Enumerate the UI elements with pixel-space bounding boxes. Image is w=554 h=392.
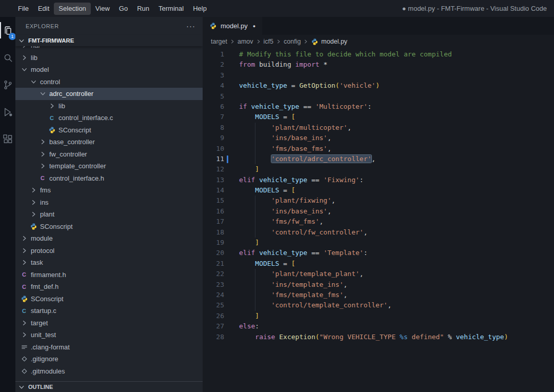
tree-folder-base-controller[interactable]: base_controller xyxy=(15,136,203,148)
line-number[interactable]: 10 xyxy=(203,144,239,154)
tree-file-clang-format[interactable]: .clang-format xyxy=(15,341,203,354)
line-number[interactable]: 9 xyxy=(203,133,239,143)
line-number[interactable]: 5 xyxy=(203,91,239,102)
line-number[interactable]: 19 xyxy=(203,238,239,248)
code-line-19[interactable]: 19 ] xyxy=(203,238,554,248)
code-line-7[interactable]: 7 MODELS = [ xyxy=(203,112,554,122)
line-number[interactable]: 16 xyxy=(203,206,239,217)
line-number[interactable]: 23 xyxy=(203,280,239,290)
line-number[interactable]: 21 xyxy=(203,259,239,269)
menu-selection[interactable]: Selection xyxy=(54,3,90,15)
tree-folder-plant[interactable]: plant xyxy=(15,208,203,221)
menu-help[interactable]: Help xyxy=(188,3,211,15)
line-number[interactable]: 13 xyxy=(203,175,239,185)
line-number[interactable]: 28 xyxy=(203,332,239,342)
line-number[interactable]: 3 xyxy=(203,70,239,81)
code-line-6[interactable]: 6if vehicle_type == 'Multicopter': xyxy=(203,102,554,112)
outline-section-header[interactable]: OUTLINE xyxy=(15,381,203,392)
menu-edit[interactable]: Edit xyxy=(33,3,54,15)
line-number[interactable]: 15 xyxy=(203,195,239,206)
line-number[interactable]: 24 xyxy=(203,290,239,300)
code-line-24[interactable]: 24 'fms/template_fms', xyxy=(203,290,554,300)
tree-folder-model[interactable]: model xyxy=(15,64,203,76)
menu-run[interactable]: Run xyxy=(132,3,154,15)
menu-go[interactable]: Go xyxy=(114,3,132,15)
line-number[interactable]: 18 xyxy=(203,227,239,238)
tree-folder-ins[interactable]: ins xyxy=(15,197,203,209)
line-number[interactable]: 1 xyxy=(203,49,239,60)
activity-item-explorer[interactable]: 1 xyxy=(0,22,15,38)
line-number[interactable]: 14 xyxy=(203,185,239,195)
breadcrumb-model-py[interactable]: model.py xyxy=(311,38,347,46)
code-line-12[interactable]: 12 ] xyxy=(203,164,554,174)
line-number[interactable]: 7 xyxy=(203,112,239,122)
tree-file-sconscript[interactable]: SConscript xyxy=(15,293,203,305)
breadcrumb-target[interactable]: target xyxy=(211,38,227,45)
code-line-9[interactable]: 9 'ins/base_ins', xyxy=(203,133,554,143)
line-number[interactable]: 22 xyxy=(203,269,239,279)
line-number[interactable]: 27 xyxy=(203,321,239,331)
tree-folder-module[interactable]: module xyxy=(15,232,203,245)
menu-view[interactable]: View xyxy=(91,3,114,15)
more-actions-icon[interactable]: ··· xyxy=(186,22,195,30)
line-number[interactable]: 8 xyxy=(203,123,239,133)
modified-dot-icon[interactable]: ● xyxy=(253,24,255,29)
code-line-1[interactable]: 1# Modify this file to decide which mode… xyxy=(203,49,554,60)
line-number[interactable]: 6 xyxy=(203,102,239,112)
tree-folder-unit-test[interactable]: unit_test xyxy=(15,329,203,341)
code-line-16[interactable]: 16 'ins/base_ins', xyxy=(203,206,554,217)
code-line-5[interactable]: 5 xyxy=(203,91,554,102)
tree-folder-fms[interactable]: fms xyxy=(15,184,203,197)
tree-file-gitignore[interactable]: .gitignore xyxy=(15,353,203,365)
code-line-27[interactable]: 27else: xyxy=(203,321,554,331)
code-line-28[interactable]: 28 raise Exception("Wrong VEHICLE_TYPE %… xyxy=(203,332,554,342)
tree-file-control-interface-h[interactable]: Ccontrol_interface.h xyxy=(15,172,203,185)
code-line-10[interactable]: 10 'fms/base_fms', xyxy=(203,144,554,154)
code-line-4[interactable]: 4vehicle_type = GetOption('vehicle') xyxy=(203,81,554,91)
code-line-20[interactable]: 20elif vehicle_type == 'Template': xyxy=(203,248,554,258)
line-number[interactable]: 11 xyxy=(203,154,239,164)
line-number[interactable]: 26 xyxy=(203,311,239,321)
tree-folder-task[interactable]: task xyxy=(15,257,203,269)
code-line-21[interactable]: 21 MODELS = [ xyxy=(203,259,554,269)
line-number[interactable]: 25 xyxy=(203,300,239,310)
code-line-26[interactable]: 26 ] xyxy=(203,311,554,321)
tree-folder-template-controller[interactable]: template_controller xyxy=(15,160,203,172)
code-line-23[interactable]: 23 'ins/template_ins', xyxy=(203,280,554,290)
tree-folder-control[interactable]: control xyxy=(15,76,203,88)
tree-file-sconscript[interactable]: SConscript xyxy=(15,221,203,233)
code-line-15[interactable]: 15 'plant/fixwing', xyxy=(203,195,554,206)
tree-file-startup-c[interactable]: Cstartup.c xyxy=(15,305,203,317)
code-line-14[interactable]: 14 MODELS = [ xyxy=(203,185,554,195)
code-line-3[interactable]: 3 xyxy=(203,70,554,81)
breadcrumb-config[interactable]: config xyxy=(284,38,301,45)
activity-item-source-control[interactable] xyxy=(0,76,15,93)
code-line-2[interactable]: 2from building import * xyxy=(203,60,554,70)
code-line-17[interactable]: 17 'fms/fw_fms', xyxy=(203,217,554,227)
tree-folder-target[interactable]: target xyxy=(15,317,203,329)
line-number[interactable]: 17 xyxy=(203,217,239,227)
code-line-25[interactable]: 25 'control/template_controller', xyxy=(203,300,554,310)
tree-folder-hal[interactable]: hal xyxy=(15,46,203,52)
tree-file-gitmodules[interactable]: .gitmodules xyxy=(15,365,203,378)
tree-folder-lib[interactable]: lib xyxy=(15,52,203,64)
breadcrumb-amov[interactable]: amov xyxy=(238,38,253,45)
tree-file-sconscript[interactable]: SConscript xyxy=(15,124,203,136)
tree-file-fmt-def-h[interactable]: Cfmt_def.h xyxy=(15,281,203,293)
line-number[interactable]: 2 xyxy=(203,60,239,70)
menu-terminal[interactable]: Terminal xyxy=(154,3,188,15)
code-line-22[interactable]: 22 'plant/template_plant', xyxy=(203,269,554,279)
code-editor[interactable]: 1# Modify this file to decide which mode… xyxy=(203,48,554,392)
code-line-13[interactable]: 13elif vehicle_type == 'Fixwing': xyxy=(203,175,554,185)
tree-folder-adrc-controller[interactable]: adrc_controller xyxy=(15,88,203,100)
code-line-11[interactable]: 11 'control/adrc_controller', xyxy=(203,154,554,164)
code-line-18[interactable]: 18 'control/fw_controller', xyxy=(203,227,554,238)
breadcrumb-icf5[interactable]: icf5 xyxy=(264,38,273,45)
activity-item-extensions[interactable] xyxy=(0,131,15,147)
tree-file-control-interface-c[interactable]: Ccontrol_interface.c xyxy=(15,112,203,124)
project-section-header[interactable]: FMT-FIRMWARE xyxy=(15,35,203,46)
line-number[interactable]: 12 xyxy=(203,164,239,174)
tab-model-py[interactable]: model.py ● xyxy=(203,17,262,35)
activity-item-run-debug[interactable] xyxy=(0,104,15,120)
activity-item-search[interactable] xyxy=(0,49,15,66)
